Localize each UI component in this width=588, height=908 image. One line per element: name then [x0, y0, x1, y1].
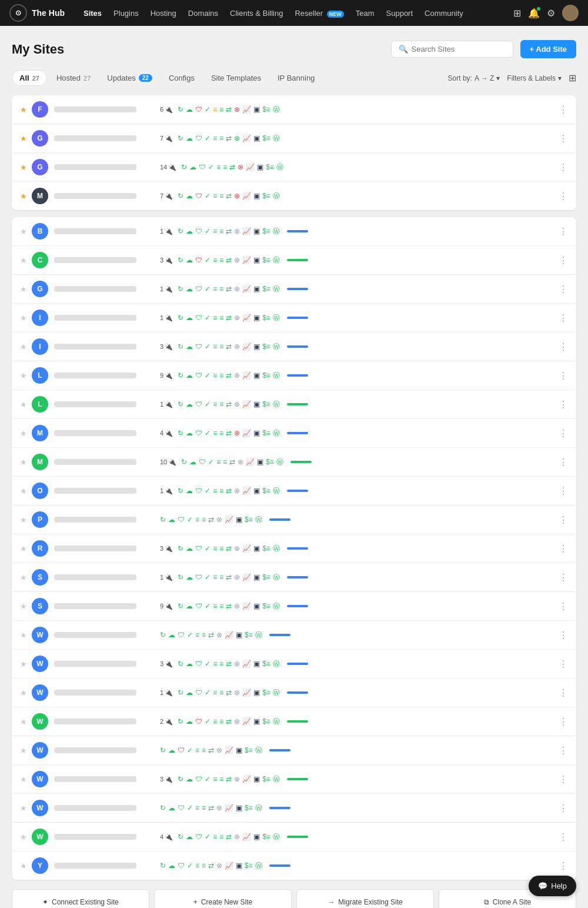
- star-icon[interactable]: ★: [20, 602, 27, 611]
- more-menu-button[interactable]: ⋮: [559, 226, 568, 237]
- star-icon[interactable]: ★: [20, 631, 27, 640]
- cloud-icon: ☁: [186, 342, 193, 351]
- more-menu-button[interactable]: ⋮: [559, 543, 568, 554]
- sort-button[interactable]: Sort by: A → Z ▾: [448, 74, 500, 82]
- tab-ip-banning[interactable]: IP Banning: [270, 71, 322, 85]
- alert-icon: ⊗: [216, 631, 222, 639]
- star-icon[interactable]: ★: [20, 314, 27, 322]
- nav-reseller[interactable]: Reseller NEW: [295, 9, 343, 18]
- more-menu-button[interactable]: ⋮: [559, 341, 568, 352]
- tab-site-templates[interactable]: Site Templates: [204, 71, 268, 85]
- tab-configs[interactable]: Configs: [162, 71, 202, 85]
- more-menu-button[interactable]: ⋮: [559, 457, 568, 468]
- more-menu-button[interactable]: ⋮: [559, 191, 568, 202]
- more-menu-button[interactable]: ⋮: [559, 745, 568, 756]
- more-menu-button[interactable]: ⋮: [559, 104, 568, 115]
- more-menu-button[interactable]: ⋮: [559, 803, 568, 814]
- nav-plugins[interactable]: Plugins: [113, 9, 139, 18]
- more-menu-button[interactable]: ⋮: [559, 514, 568, 525]
- nav-hosting[interactable]: Hosting: [151, 9, 176, 18]
- star-icon[interactable]: ★: [20, 660, 27, 668]
- star-icon[interactable]: ★: [20, 285, 27, 294]
- more-menu-button[interactable]: ⋮: [559, 133, 568, 144]
- cloud-icon: ☁: [168, 804, 175, 812]
- more-menu-button[interactable]: ⋮: [559, 601, 568, 612]
- star-icon[interactable]: ★: [20, 573, 27, 582]
- more-menu-button[interactable]: ⋮: [559, 312, 568, 324]
- star-icon[interactable]: ★: [20, 833, 27, 842]
- more-menu-button[interactable]: ⋮: [559, 774, 568, 785]
- more-menu-button[interactable]: ⋮: [559, 658, 568, 670]
- layers-icon: ≡: [219, 342, 223, 351]
- star-icon[interactable]: ★: [20, 105, 27, 114]
- filter-button[interactable]: Filters & Labels ▾: [507, 74, 562, 82]
- help-button[interactable]: 💬 Help: [529, 876, 576, 896]
- star-icon[interactable]: ★: [20, 717, 27, 726]
- star-icon[interactable]: ★: [20, 487, 27, 495]
- star-icon[interactable]: ★: [20, 342, 27, 351]
- star-icon[interactable]: ★: [20, 804, 27, 813]
- star-icon[interactable]: ★: [20, 256, 27, 265]
- more-menu-button[interactable]: ⋮: [559, 162, 568, 173]
- nav-domains[interactable]: Domains: [188, 9, 218, 18]
- settings-icon[interactable]: ⚙: [547, 8, 555, 19]
- user-avatar[interactable]: [562, 5, 579, 21]
- more-menu-button[interactable]: ⋮: [559, 831, 568, 843]
- dollar-icon: $≡: [262, 660, 270, 668]
- notifications-icon[interactable]: 🔔: [528, 8, 540, 19]
- alert-icon: ⊗: [234, 105, 240, 114]
- star-icon[interactable]: ★: [20, 746, 27, 755]
- more-menu-button[interactable]: ⋮: [559, 428, 568, 439]
- chart-icon: 📈: [242, 833, 251, 841]
- grid-toggle-button[interactable]: ⊞: [569, 72, 576, 84]
- nav-clients-billing[interactable]: Clients & Billing: [230, 9, 283, 18]
- star-icon[interactable]: ★: [20, 163, 27, 172]
- migrate-existing-site-button[interactable]: → Migrate Existing Site: [296, 889, 434, 908]
- tab-all[interactable]: All 27: [12, 70, 47, 86]
- more-menu-button[interactable]: ⋮: [559, 860, 568, 872]
- more-menu-button[interactable]: ⋮: [559, 255, 568, 266]
- site-name: [54, 805, 160, 811]
- sync-icon: ⇄: [226, 717, 232, 726]
- connect-existing-site-button[interactable]: ✦ Connect Existing Site: [12, 889, 149, 908]
- more-menu-button[interactable]: ⋮: [559, 485, 568, 497]
- more-menu-button[interactable]: ⋮: [559, 572, 568, 583]
- star-icon[interactable]: ★: [20, 775, 27, 784]
- apps-icon[interactable]: ⊞: [513, 8, 521, 19]
- layers-icon: ≡: [219, 256, 223, 264]
- more-menu-button[interactable]: ⋮: [559, 370, 568, 381]
- tab-hosted[interactable]: Hosted 27: [49, 71, 98, 85]
- more-menu-button[interactable]: ⋮: [559, 630, 568, 641]
- star-icon[interactable]: ★: [20, 862, 27, 870]
- nav-community[interactable]: Community: [425, 9, 463, 18]
- nav-team[interactable]: Team: [356, 9, 375, 18]
- star-icon[interactable]: ★: [20, 458, 27, 467]
- site-icons: 4 🔌 ↻ ☁ 🛡 ✓ ≡ ≡ ⇄ ⊗ 📈 ▣ $≡ Ⓦ: [160, 428, 554, 438]
- refresh-icon: ↻: [160, 515, 166, 524]
- nav-sites[interactable]: Sites: [83, 9, 102, 18]
- star-icon[interactable]: ★: [20, 429, 27, 438]
- star-icon[interactable]: ★: [20, 544, 27, 553]
- star-icon[interactable]: ★: [20, 192, 27, 201]
- search-box[interactable]: 🔍: [391, 41, 513, 58]
- tab-updates[interactable]: Updates 22: [100, 71, 159, 85]
- page-icon: ▣: [253, 192, 260, 200]
- dollar-icon: $≡: [262, 544, 270, 553]
- star-icon[interactable]: ★: [20, 400, 27, 409]
- star-icon[interactable]: ★: [20, 515, 27, 524]
- brand-icon: ⊙: [9, 4, 27, 22]
- help-label: Help: [551, 882, 567, 890]
- star-icon[interactable]: ★: [20, 134, 27, 143]
- more-menu-button[interactable]: ⋮: [559, 687, 568, 699]
- table-row: ★ W 3 🔌 ↻ ☁ 🛡 ✓ ≡ ≡ ⇄ ⊗ 📈 ▣ $≡ Ⓦ ⋮: [12, 765, 576, 794]
- nav-support[interactable]: Support: [386, 9, 413, 18]
- more-menu-button[interactable]: ⋮: [559, 716, 568, 727]
- star-icon[interactable]: ★: [20, 371, 27, 380]
- star-icon[interactable]: ★: [20, 227, 27, 236]
- star-icon[interactable]: ★: [20, 689, 27, 697]
- create-new-site-button[interactable]: + Create New Site: [154, 889, 292, 908]
- add-site-button[interactable]: + Add Site: [520, 40, 576, 58]
- search-input[interactable]: [412, 45, 506, 54]
- more-menu-button[interactable]: ⋮: [559, 284, 568, 295]
- more-menu-button[interactable]: ⋮: [559, 399, 568, 410]
